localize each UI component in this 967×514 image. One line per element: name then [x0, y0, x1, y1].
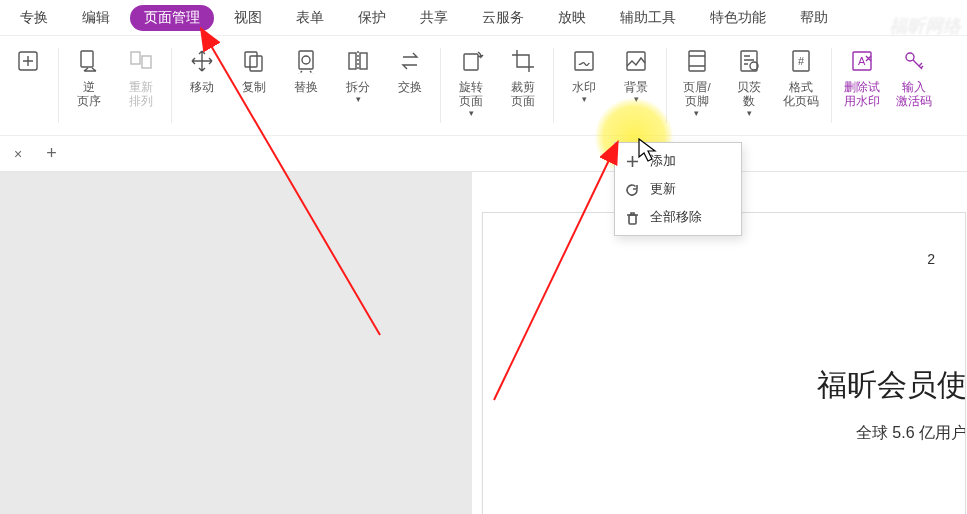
menu-bar: 专换编辑页面管理视图表单保护共享云服务放映辅助工具特色功能帮助	[0, 0, 967, 36]
svg-rect-12	[627, 52, 645, 70]
swap-icon	[397, 44, 423, 78]
ribbon-reverse[interactable]: 逆 页序	[63, 42, 115, 129]
svg-rect-21	[629, 215, 636, 224]
menu-item-10[interactable]: 特色功能	[696, 5, 780, 31]
ribbon-rotate[interactable]: 旋转 页面	[445, 42, 497, 129]
document-subtitle: 全球 5.6 亿用户	[856, 423, 966, 444]
ribbon-crop[interactable]: 裁剪 页面	[497, 42, 549, 129]
ribbon-background[interactable]: 背景	[610, 42, 662, 129]
ribbon-pagenum[interactable]: #格式 化页码	[775, 42, 827, 129]
svg-rect-8	[349, 53, 356, 69]
separator	[666, 48, 667, 123]
bates-icon	[736, 44, 762, 78]
page-number: 2	[927, 251, 935, 267]
svg-rect-3	[142, 56, 151, 68]
menu-item-3[interactable]: 视图	[220, 5, 276, 31]
ribbon-split[interactable]: 拆分	[332, 42, 384, 129]
ribbon-label: 删除试 用水印	[844, 80, 880, 108]
thumbnails-panel[interactable]	[0, 172, 472, 514]
separator	[831, 48, 832, 123]
svg-text:#: #	[798, 55, 805, 67]
ribbon-label: 裁剪 页面	[511, 80, 535, 108]
svg-rect-10	[464, 54, 478, 70]
menu-item-1[interactable]: 编辑	[68, 5, 124, 31]
pagenum-icon: #	[788, 44, 814, 78]
menu-item-6[interactable]: 共享	[406, 5, 462, 31]
split-icon	[345, 44, 371, 78]
menu-item-0[interactable]: 专换	[6, 5, 62, 31]
ribbon-key[interactable]: 输入 激活码	[888, 42, 940, 129]
ribbon-label: 水印	[572, 80, 596, 106]
ribbon-label: 移动	[190, 80, 214, 94]
svg-text:A: A	[858, 55, 866, 67]
ribbon-label: 重新 排列	[129, 80, 153, 108]
key-icon	[901, 44, 927, 78]
dropdown-item-refresh[interactable]: 更新	[615, 175, 741, 203]
separator	[440, 48, 441, 123]
svg-rect-6	[299, 51, 313, 69]
headerfooter-icon	[684, 44, 710, 78]
dropdown-label: 全部移除	[650, 208, 702, 226]
ribbon: 逆 页序重新 排列移动复制替换拆分交换旋转 页面裁剪 页面水印背景页眉/ 页脚贝…	[0, 36, 967, 136]
ribbon-rearrange: 重新 排列	[115, 42, 167, 129]
removewm-icon: A	[849, 44, 875, 78]
watermark-icon	[571, 44, 597, 78]
reverse-icon	[76, 44, 102, 78]
menu-item-5[interactable]: 保护	[344, 5, 400, 31]
svg-rect-4	[245, 52, 257, 67]
svg-point-20	[906, 53, 914, 61]
ribbon-label: 旋转 页面	[459, 80, 483, 120]
svg-rect-2	[131, 52, 140, 64]
ribbon-label: 背景	[624, 80, 648, 106]
ribbon-label: 交换	[398, 80, 422, 94]
separator	[553, 48, 554, 123]
rearrange-icon	[128, 44, 154, 78]
tab-close-button[interactable]: ×	[8, 144, 28, 164]
svg-rect-11	[575, 52, 593, 70]
svg-rect-13	[689, 51, 705, 71]
rotate-icon	[458, 44, 484, 78]
crop-icon	[510, 44, 536, 78]
move-icon	[189, 44, 215, 78]
ribbon-label: 复制	[242, 80, 266, 94]
svg-point-7	[302, 56, 310, 64]
ribbon-expand[interactable]	[2, 42, 54, 129]
background-icon	[623, 44, 649, 78]
menu-item-9[interactable]: 辅助工具	[606, 5, 690, 31]
menu-item-11[interactable]: 帮助	[786, 5, 842, 31]
svg-rect-5	[250, 56, 262, 71]
ribbon-watermark[interactable]: 水印	[558, 42, 610, 129]
dropdown-item-trash[interactable]: 全部移除	[615, 203, 741, 231]
ribbon-label: 格式 化页码	[783, 80, 819, 108]
svg-rect-1	[81, 51, 93, 67]
menu-item-4[interactable]: 表单	[282, 5, 338, 31]
ribbon-headerfooter[interactable]: 页眉/ 页脚	[671, 42, 723, 129]
svg-rect-14	[741, 51, 757, 71]
menu-item-2[interactable]: 页面管理	[130, 5, 214, 31]
ribbon-bates[interactable]: 贝茨 数	[723, 42, 775, 129]
copy-icon	[241, 44, 267, 78]
svg-rect-9	[360, 53, 367, 69]
ribbon-copy[interactable]: 复制	[228, 42, 280, 129]
tab-add-button[interactable]: +	[40, 143, 63, 164]
dropdown-item-plus[interactable]: 添加	[615, 147, 741, 175]
expand-icon	[15, 44, 41, 78]
replace-icon	[293, 44, 319, 78]
plus-icon	[625, 154, 640, 169]
menu-item-8[interactable]: 放映	[544, 5, 600, 31]
ribbon-label: 拆分	[346, 80, 370, 106]
refresh-icon	[625, 182, 640, 197]
ribbon-swap[interactable]: 交换	[384, 42, 436, 129]
menu-item-7[interactable]: 云服务	[468, 5, 538, 31]
dropdown-label: 更新	[650, 180, 676, 198]
ribbon-move[interactable]: 移动	[176, 42, 228, 129]
ribbon-replace[interactable]: 替换	[280, 42, 332, 129]
ribbon-label: 逆 页序	[77, 80, 101, 108]
tab-strip: × +	[0, 136, 967, 172]
document-title: 福昕会员使	[817, 365, 966, 406]
dropdown-label: 添加	[650, 152, 676, 170]
trash-icon	[625, 210, 640, 225]
document-page: 2 福昕会员使 全球 5.6 亿用户	[482, 212, 966, 514]
ribbon-removewm[interactable]: A删除试 用水印	[836, 42, 888, 129]
ribbon-label: 页眉/ 页脚	[683, 80, 710, 120]
